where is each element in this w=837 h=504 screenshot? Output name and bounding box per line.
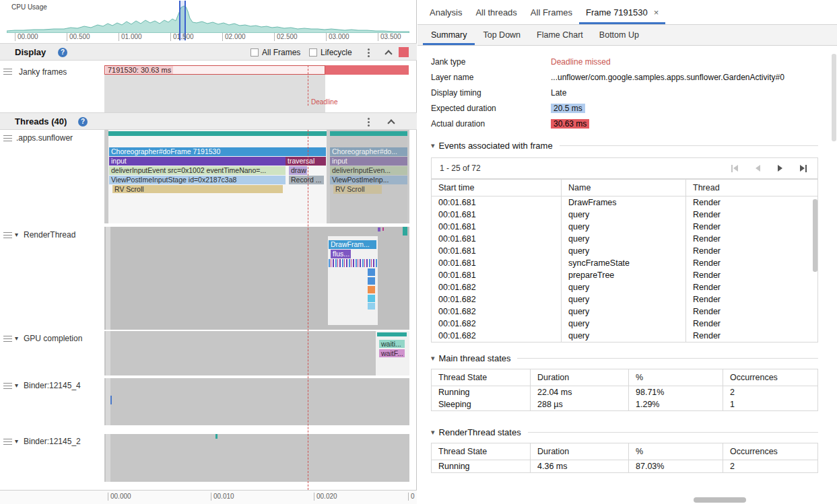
trace-event-block[interactable]	[368, 295, 375, 302]
event-row[interactable]: 00:01.681syncFrameStateRender	[432, 257, 818, 269]
event-row[interactable]: 00:01.681prepareTreeRender	[432, 269, 818, 281]
column-header-duration[interactable]: Duration	[531, 443, 629, 460]
trace-event-viewpost[interactable]: ViewPostImeInputStage id=0x2187c3a8	[109, 176, 286, 184]
subtab-bottom-up[interactable]: Bottom Up	[591, 25, 647, 45]
selected-frame-bar[interactable]: 7191530: 30.63 ms	[104, 65, 325, 75]
column-header-percent[interactable]: %	[629, 443, 723, 460]
chevron-up-icon[interactable]	[384, 50, 392, 57]
drag-handle-icon[interactable]	[3, 69, 12, 76]
drag-handle-icon[interactable]	[3, 336, 12, 343]
expand-arrow-icon[interactable]: ▾	[15, 382, 18, 389]
event-row[interactable]: 00:01.681queryRender	[432, 233, 818, 245]
event-row[interactable]: 00:01.682queryRender	[432, 318, 818, 330]
prev-page-button[interactable]	[756, 165, 760, 172]
trace-event-block[interactable]	[368, 303, 375, 310]
subtab-top-down[interactable]: Top Down	[475, 25, 529, 45]
drag-handle-icon[interactable]	[3, 439, 12, 446]
all-frames-checkbox-group[interactable]: All Frames	[250, 48, 300, 57]
event-row[interactable]: 00:01.681DrawFramesRender	[432, 196, 818, 209]
event-row[interactable]: 00:01.682queryRender	[432, 293, 818, 305]
trace-event-block[interactable]	[368, 277, 375, 285]
next-page-button[interactable]	[778, 165, 782, 172]
column-header-occurrences[interactable]: Occurrences	[723, 443, 818, 460]
lifecycle-checkbox-group[interactable]: Lifecycle	[309, 48, 352, 57]
column-header-start-time[interactable]: Start time	[432, 180, 562, 196]
panel-vertical-scrollbar[interactable]	[832, 54, 836, 141]
thread-track-binder2[interactable]	[104, 434, 409, 482]
frame-overrun-bar[interactable]	[325, 65, 409, 75]
trace-event-traversal[interactable]: traversal	[286, 157, 326, 166]
cpu-usage-chart[interactable]	[7, 5, 409, 33]
drag-handle-icon[interactable]	[3, 232, 12, 240]
trace-event-draw[interactable]: draw	[289, 166, 307, 175]
thread-label-binder2[interactable]: ▾ Binder:12145_2	[0, 434, 104, 482]
janky-frames-track[interactable]: 7191530: 30.63 ms Deadline	[104, 61, 409, 112]
trace-event-input[interactable]: input	[109, 157, 286, 166]
trace-event-rv-scroll[interactable]: RV Scroll	[112, 185, 283, 193]
trace-event-choreographer[interactable]: Choreographer#doFrame 7191530	[109, 147, 326, 156]
trace-event-block[interactable]	[368, 286, 375, 293]
column-header-occurrences[interactable]: Occurrences	[723, 369, 818, 386]
subtab-summary[interactable]: Summary	[423, 25, 475, 45]
trace-event-dim[interactable]: Choreographer#do...	[330, 147, 407, 156]
trace-event-dim[interactable]: input	[330, 157, 407, 166]
state-row[interactable]: Running4.36 ms87.03%2	[432, 460, 818, 473]
thread-track-sunflower[interactable]: Choreographer#do... input deliverInputEv…	[104, 130, 409, 223]
kebab-menu-icon[interactable]	[368, 121, 370, 123]
thread-label-gpu[interactable]: ▾ GPU completion	[0, 331, 104, 375]
expand-arrow-icon[interactable]: ▾	[15, 437, 18, 445]
main-states-section-header[interactable]: ▾ Main thread states	[431, 353, 818, 363]
kebab-menu-icon[interactable]	[368, 52, 370, 54]
trace-event-waitfence[interactable]: waitF...	[379, 349, 405, 357]
janky-frames-row-label[interactable]: Janky frames	[0, 61, 104, 112]
event-row[interactable]: 00:01.681queryRender	[432, 245, 818, 257]
trace-event-dim[interactable]: ViewPostImeInp...	[330, 176, 407, 184]
drag-handle-icon[interactable]	[3, 383, 12, 390]
close-icon[interactable]: ×	[654, 7, 659, 17]
trace-event-flush[interactable]: flus...	[331, 250, 351, 258]
column-header-duration[interactable]: Duration	[531, 369, 629, 386]
event-row[interactable]: 00:01.682queryRender	[432, 330, 818, 343]
thread-label-renderthread[interactable]: ▾ RenderThread	[0, 227, 104, 330]
state-row[interactable]: Running22.04 ms98.71%2	[432, 386, 818, 399]
column-header-name[interactable]: Name	[562, 180, 686, 196]
thread-track-binder4[interactable]	[104, 378, 409, 425]
help-icon[interactable]: ?	[58, 48, 67, 57]
thread-track-gpu[interactable]: waiti... waitF...	[104, 331, 409, 375]
tab-analysis[interactable]: Analysis	[423, 0, 469, 24]
tab-all-threads[interactable]: All threads	[469, 0, 523, 24]
column-header-thread-state[interactable]: Thread State	[432, 369, 531, 386]
trace-event-cluster[interactable]	[329, 259, 378, 267]
last-page-button[interactable]	[800, 165, 807, 172]
thread-label-binder4[interactable]: ▾ Binder:12145_4	[0, 378, 104, 425]
chevron-up-icon[interactable]	[387, 119, 395, 127]
trace-event-dim[interactable]: deliverInputEven...	[330, 166, 407, 175]
event-row[interactable]: 00:01.681queryRender	[432, 221, 818, 233]
column-header-percent[interactable]: %	[629, 369, 723, 386]
thread-track-renderthread[interactable]: DrawFram... flus...	[104, 227, 409, 330]
collapse-triangle-icon[interactable]: ▾	[431, 141, 435, 150]
trace-event-waiting[interactable]: waiti...	[379, 340, 405, 348]
subtab-flame-chart[interactable]: Flame Chart	[529, 25, 591, 45]
tab-all-frames[interactable]: All Frames	[524, 0, 579, 24]
events-section-header[interactable]: ▾ Events associated with frame	[431, 141, 818, 151]
lifecycle-checkbox[interactable]	[309, 48, 317, 57]
event-row[interactable]: 00:01.682queryRender	[432, 281, 818, 293]
trace-event-drawframe[interactable]: DrawFram...	[329, 240, 376, 249]
collapse-triangle-icon[interactable]: ▾	[431, 354, 435, 363]
render-states-section-header[interactable]: ▾ RenderThread states	[431, 427, 818, 437]
panel-horizontal-scrollbar[interactable]	[694, 497, 746, 503]
drag-handle-icon[interactable]	[3, 135, 12, 143]
first-page-button[interactable]	[731, 165, 738, 172]
trace-event-block[interactable]	[368, 268, 375, 276]
event-row[interactable]: 00:01.681queryRender	[432, 209, 818, 221]
collapse-triangle-icon[interactable]: ▾	[431, 428, 435, 437]
all-frames-checkbox[interactable]	[250, 48, 259, 57]
trace-event-record[interactable]: Record ...	[289, 176, 324, 184]
tab-frame-7191530[interactable]: Frame 7191530 ×	[579, 0, 665, 24]
trace-event-dim[interactable]: RV Scroll	[333, 185, 382, 194]
events-table-scrollbar[interactable]	[813, 199, 817, 272]
expand-arrow-icon[interactable]: ▾	[15, 231, 18, 238]
thread-label-sunflower[interactable]: .apps.sunflower	[0, 130, 104, 223]
expand-arrow-icon[interactable]: ▾	[15, 334, 18, 342]
